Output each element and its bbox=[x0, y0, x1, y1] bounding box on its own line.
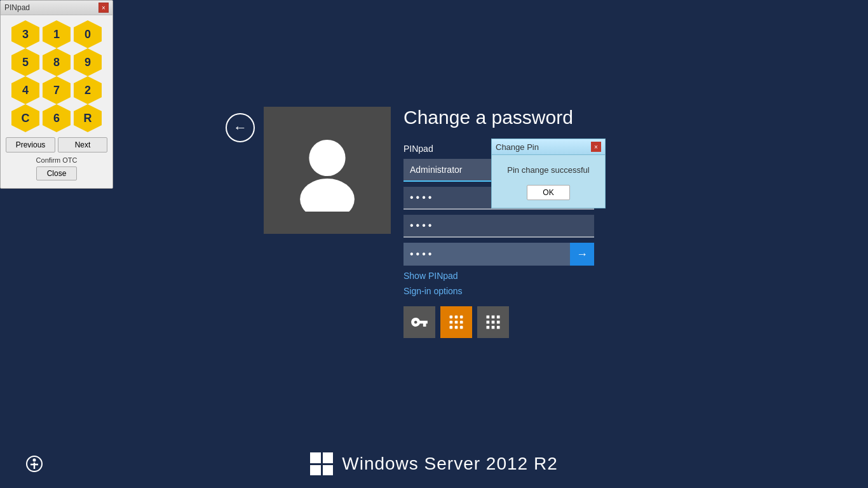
svg-rect-18 bbox=[492, 326, 495, 329]
previous-button[interactable]: Previous bbox=[6, 137, 55, 152]
pinpad-nav: Previous Next bbox=[6, 137, 107, 152]
new-password-field[interactable] bbox=[403, 215, 594, 238]
key-icon bbox=[410, 313, 428, 331]
show-pinpad-link[interactable]: Show PINpad bbox=[403, 271, 607, 281]
dialog-titlebar: Change Pin × bbox=[492, 139, 605, 155]
svg-rect-3 bbox=[455, 316, 458, 319]
dialog-body: Pin change successful OK bbox=[492, 155, 605, 208]
pin-submit-button[interactable]: → bbox=[570, 243, 594, 266]
pinpad-close-bottom-button[interactable]: Close bbox=[36, 166, 78, 180]
svg-rect-10 bbox=[460, 326, 463, 329]
dialog-ok-button[interactable]: OK bbox=[527, 185, 569, 200]
bottom-bar: Windows Server 2012 R2 bbox=[0, 452, 868, 475]
svg-rect-19 bbox=[497, 326, 500, 329]
pinpad-key-6[interactable]: 6 bbox=[43, 104, 71, 132]
svg-rect-7 bbox=[460, 321, 463, 324]
ease-of-access-button[interactable] bbox=[25, 455, 43, 475]
pinpad-icon bbox=[447, 313, 465, 331]
signin-options-link[interactable]: Sign-in options bbox=[403, 286, 607, 296]
pin-input[interactable] bbox=[403, 243, 570, 266]
change-pin-dialog: Change Pin × Pin change successful OK bbox=[491, 139, 606, 208]
confirm-otc-label: Confirm OTC bbox=[36, 156, 78, 164]
dialog-message: Pin change successful bbox=[507, 165, 589, 175]
svg-rect-8 bbox=[450, 326, 453, 329]
pinpad-key-r[interactable]: R bbox=[74, 104, 102, 132]
svg-point-21 bbox=[33, 459, 36, 462]
pinpad-body: 310589472C6R Previous Next Confirm OTC C… bbox=[1, 15, 112, 188]
dialog-close-button[interactable]: × bbox=[591, 142, 601, 152]
pinpad-key-9[interactable]: 9 bbox=[74, 48, 102, 76]
windows-logo: Windows Server 2012 R2 bbox=[310, 452, 557, 475]
grid-icon bbox=[484, 313, 502, 331]
svg-rect-6 bbox=[455, 321, 458, 324]
svg-rect-4 bbox=[460, 316, 463, 319]
svg-rect-15 bbox=[492, 321, 495, 324]
pinpad-key-8[interactable]: 8 bbox=[43, 48, 71, 76]
pinpad-key-0[interactable]: 0 bbox=[74, 20, 102, 48]
pinpad-titlebar: PINpad × bbox=[1, 1, 112, 15]
svg-rect-12 bbox=[492, 316, 495, 319]
pinpad-key-5[interactable]: 5 bbox=[11, 48, 39, 76]
grid-signin-button[interactable] bbox=[477, 306, 509, 338]
pinpad-key-1[interactable]: 1 bbox=[43, 20, 71, 48]
svg-rect-9 bbox=[455, 326, 458, 329]
pinpad-key-row: 472 bbox=[11, 76, 102, 104]
pinpad-key-7[interactable]: 7 bbox=[43, 76, 71, 104]
svg-rect-16 bbox=[497, 321, 500, 324]
svg-rect-17 bbox=[487, 326, 490, 329]
svg-rect-11 bbox=[487, 316, 490, 319]
pinpad-key-row: 310 bbox=[11, 20, 102, 48]
windows-version-text: Windows Server 2012 R2 bbox=[342, 454, 557, 474]
avatar-svg bbox=[286, 129, 369, 212]
pinpad-key-row: C6R bbox=[11, 104, 102, 132]
svg-rect-13 bbox=[497, 316, 500, 319]
password-signin-button[interactable] bbox=[403, 306, 435, 338]
pinpad-widget: PINpad × 310589472C6R Previous Next Conf… bbox=[0, 0, 113, 189]
svg-rect-2 bbox=[450, 316, 453, 319]
back-arrow-button[interactable]: ← bbox=[226, 113, 255, 142]
dialog-title: Change Pin bbox=[496, 142, 539, 152]
svg-rect-14 bbox=[487, 321, 490, 324]
pinpad-key-c[interactable]: C bbox=[11, 104, 39, 132]
pinpad-key-row: 589 bbox=[11, 48, 102, 76]
pinpad-key-4[interactable]: 4 bbox=[11, 76, 39, 104]
svg-point-0 bbox=[309, 140, 345, 176]
ease-of-access-icon bbox=[25, 455, 43, 473]
pin-row: → bbox=[403, 243, 607, 266]
hex-grid: 310589472C6R bbox=[11, 20, 102, 132]
pinpad-signin-button[interactable] bbox=[440, 306, 472, 338]
svg-point-1 bbox=[300, 179, 355, 212]
pinpad-title: PINpad bbox=[4, 3, 30, 12]
signin-options-row bbox=[403, 306, 607, 338]
pinpad-close-button[interactable]: × bbox=[98, 3, 109, 13]
pinpad-key-2[interactable]: 2 bbox=[74, 76, 102, 104]
user-avatar bbox=[264, 107, 391, 234]
page-title: Change a password bbox=[403, 107, 607, 128]
next-button[interactable]: Next bbox=[58, 137, 107, 152]
pinpad-key-3[interactable]: 3 bbox=[11, 20, 39, 48]
windows-logo-grid bbox=[310, 452, 333, 475]
svg-rect-5 bbox=[450, 321, 453, 324]
